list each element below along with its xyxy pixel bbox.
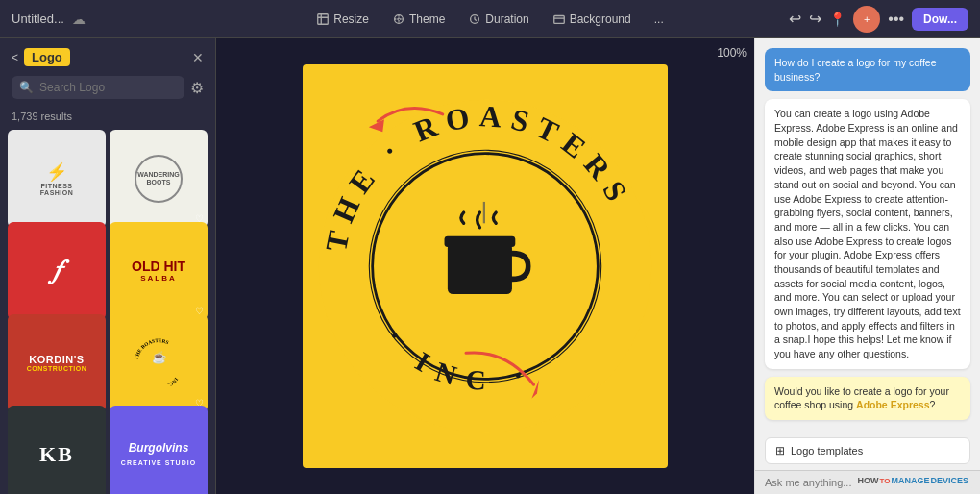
left-panel: < Logo ✕ 🔍 ⚙ 1,739 results ⚡ FITNESSFASH… — [0, 38, 216, 494]
theme-label: Theme — [409, 12, 445, 26]
svg-rect-15 — [483, 202, 485, 223]
search-row: 🔍 ⚙ — [0, 76, 215, 107]
highlight-text: Adobe Express — [856, 399, 929, 410]
file-title: Untitled... — [12, 12, 64, 26]
svg-rect-13 — [448, 242, 512, 294]
more-menu-button[interactable]: ••• — [888, 11, 904, 28]
svg-rect-14 — [445, 236, 516, 247]
results-count: 1,739 results — [0, 107, 215, 130]
svg-rect-0 — [318, 13, 329, 24]
list-item[interactable]: ⚡ FITNESSFASHION — [8, 130, 106, 228]
resize-label: Resize — [333, 12, 369, 26]
search-icon: 🔍 — [19, 81, 34, 94]
search-box: 🔍 — [12, 76, 184, 99]
location-icon: 📍 — [829, 12, 845, 27]
cloud-icon: ☁ — [72, 12, 86, 27]
user-question-bubble: How do I create a logo for my coffee bus… — [765, 48, 970, 91]
svg-text:☕: ☕ — [152, 350, 167, 365]
manage-label: MANAGE — [891, 476, 929, 485]
list-item[interactable]: WANDERINGBOOTS ♡ — [110, 130, 208, 228]
list-item[interactable]: BurgolvinsCREATIVE STUDIO — [110, 406, 208, 494]
top-bar-left: Untitled... ☁ — [12, 12, 247, 27]
top-bar-right: ↩ ↪ 📍 + ••• Dow... — [733, 6, 968, 33]
ai-response-bubble: You can create a logo using Adobe Expres… — [765, 99, 970, 368]
logo-badge: Logo — [24, 48, 70, 66]
theme-button[interactable]: Theme — [384, 9, 453, 30]
devices-label: DEVICES — [930, 476, 968, 485]
user-followup-bubble: Would you like to create a logo for your… — [765, 377, 970, 420]
search-input[interactable] — [39, 81, 177, 94]
panel-header: < Logo ✕ — [0, 38, 215, 76]
roasters-logo: THE · ROASTERS · INC · — [303, 64, 668, 468]
ai-response-row: You can create a logo using Adobe Expres… — [765, 99, 970, 368]
list-item[interactable]: 𝑓 — [8, 222, 106, 320]
list-item[interactable]: THE ROASTERS INC. ☕ ♡ — [110, 314, 208, 412]
how-label: HOW — [858, 476, 879, 485]
duration-button[interactable]: Duration — [460, 9, 536, 30]
add-user-button[interactable]: + — [853, 6, 880, 33]
resize-button[interactable]: Resize — [308, 9, 377, 30]
download-button[interactable]: Dow... — [912, 8, 968, 31]
list-item[interactable]: KB — [8, 406, 106, 494]
right-panel: How do I create a logo for my coffee bus… — [754, 38, 980, 494]
main-content: < Logo ✕ 🔍 ⚙ 1,739 results ⚡ FITNESSFASH… — [0, 38, 980, 494]
canvas-frame: THE · ROASTERS · INC · — [303, 64, 668, 468]
filter-icon[interactable]: ⚙ — [190, 79, 204, 97]
zoom-indicator: 100% — [717, 46, 747, 60]
more-options-button[interactable]: ... — [647, 9, 672, 30]
svg-text:INC.: INC. — [166, 376, 179, 387]
top-bar: Untitled... ☁ Resize Theme Duration Back… — [0, 0, 980, 38]
undo-button[interactable]: ↩ — [789, 10, 801, 28]
background-button[interactable]: Background — [545, 9, 639, 30]
svg-rect-3 — [553, 15, 564, 23]
duration-label: Duration — [485, 12, 528, 26]
list-item[interactable]: KORDIN'S CONSTRUCTION — [8, 314, 106, 412]
watermark: HOW TO MANAGE DEVICES — [852, 473, 974, 488]
grid-icon: ⊞ — [775, 444, 785, 457]
list-item[interactable]: OLD HIT SALBA ♡ — [110, 222, 208, 320]
canvas-area: THE · ROASTERS · INC · — [216, 38, 754, 494]
toolbar: Resize Theme Duration Background ... — [255, 9, 725, 30]
back-button[interactable]: < — [12, 51, 18, 64]
to-label: TO — [880, 477, 891, 485]
background-label: Background — [570, 12, 631, 26]
close-panel-button[interactable]: ✕ — [192, 50, 204, 65]
logo-templates-button[interactable]: ⊞ Logo templates — [765, 437, 970, 464]
redo-button[interactable]: ↪ — [809, 10, 821, 28]
chat-messages: How do I create a logo for my coffee bus… — [755, 38, 980, 437]
logo-grid: ⚡ FITNESSFASHION WANDERINGBOOTS ♡ 𝑓 — [0, 130, 215, 494]
